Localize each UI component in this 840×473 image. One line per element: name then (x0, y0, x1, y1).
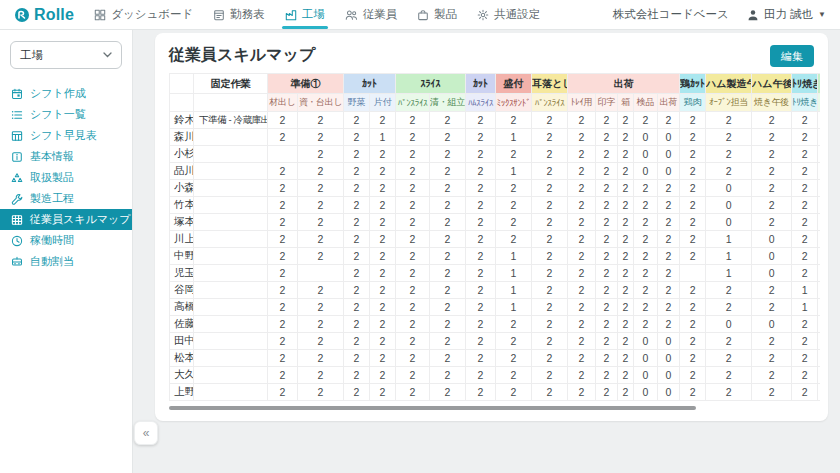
horizontal-scrollbar[interactable] (169, 405, 820, 411)
skill-level-cell: 2 (568, 384, 596, 401)
skill-level-cell: 2 (396, 163, 430, 180)
skill-level-cell: 2 (596, 367, 618, 384)
sidebar-item-operating-hours[interactable]: 稼働時間 (0, 230, 132, 251)
skill-level-cell: 0 (706, 180, 752, 197)
skill-column-header: 材出し (268, 94, 298, 112)
skill-level-cell: 2 (466, 265, 496, 282)
skill-column-header: ﾊﾟﾝｽﾗｲｽ (396, 94, 430, 112)
nav-item-products[interactable]: 製品 (417, 0, 457, 29)
sidebar-item-basic-info[interactable]: 基本情報 (0, 146, 132, 167)
skill-level-cell: 2 (658, 112, 680, 129)
skill-level-cell: 2 (658, 248, 680, 265)
skill-level-cell: 2 (568, 316, 596, 333)
sidebar-item-shift-create[interactable]: シフト作成 (0, 83, 132, 104)
skill-level-cell: 2 (596, 112, 618, 129)
employee-row: 川上222222222222222102 (170, 231, 821, 248)
skill-level-cell: 0 (658, 129, 680, 146)
skill-level-cell: 2 (298, 112, 344, 129)
nav-item-dashboard[interactable]: ダッシュボード (94, 0, 193, 29)
skill-level-cell: 2 (344, 265, 370, 282)
sidebar-item-label: 自動割当 (30, 254, 74, 269)
clock-icon (11, 235, 23, 247)
skill-level-cell: 2 (706, 112, 752, 129)
wrench-icon (11, 193, 23, 205)
factory-select-value: 工場 (20, 48, 43, 63)
nav-item-label: ダッシュボード (111, 7, 193, 22)
employee-row: 谷岡222222212222222221 (170, 282, 821, 299)
skill-map-table-container[interactable]: 固定作業準備①ｶｯﾄｽﾗｲｽｶｯﾄ盛付耳落とし出荷鶏ｶｯﾄハム製造午前ハム午後ﾄ… (169, 73, 820, 401)
skill-level-cell: 2 (680, 180, 706, 197)
fixed-work-cell (194, 265, 268, 282)
employee-row: 高橋222222212222222221 (170, 299, 821, 316)
skill-level-cell: 2 (680, 129, 706, 146)
skill-level-cell: 2 (396, 248, 430, 265)
nav-item-employees[interactable]: 従業員 (345, 0, 398, 29)
process-group-header-2: ｽﾗｲｽ (396, 74, 466, 94)
sidebar-item-shift-chart[interactable]: シフト早見表 (0, 125, 132, 146)
skill-column-header: ﾊﾑｽﾗｲｽ (466, 94, 496, 112)
skill-level-cell: 2 (680, 112, 706, 129)
nav-item-schedule[interactable]: 勤務表 (213, 0, 265, 29)
skill-level-cell (680, 265, 706, 282)
sidebar-item-shift-list[interactable]: シフト一覧 (0, 104, 132, 125)
process-group-header-6: 出荷 (568, 74, 680, 94)
skill-level-cell: 2 (706, 163, 752, 180)
skill-level-cell: 2 (396, 333, 430, 350)
skill-level-cell: 2 (430, 146, 466, 163)
skill-level-cell: 2 (466, 384, 496, 401)
sidebar-item-label: シフト一覧 (30, 107, 86, 122)
skill-level-cell: 2 (268, 282, 298, 299)
skill-level-cell: 2 (298, 231, 344, 248)
skill-level-cell-partial (818, 384, 820, 401)
skill-level-cell: 0 (634, 163, 658, 180)
skill-level-cell: 2 (344, 384, 370, 401)
user-menu[interactable]: 田力 誠也 ▼ (747, 7, 826, 22)
skill-level-cell: 2 (496, 384, 532, 401)
factory-select[interactable]: 工場 (10, 41, 122, 69)
skill-level-cell: 2 (532, 248, 568, 265)
skill-column-header: ﾐｯｸｽｻﾝﾄﾞ (496, 94, 532, 112)
skill-level-cell: 2 (496, 367, 532, 384)
employee-row: 大久保222222222222002222 (170, 367, 821, 384)
skill-level-cell: 2 (634, 197, 658, 214)
employee-row: 児玉2222221222222102 (170, 265, 821, 282)
employee-row: 松本222222222222002222 (170, 350, 821, 367)
sidebar-collapse-button[interactable]: « (134, 421, 158, 445)
employee-row: 鈴木下準備 - 冷蔵庫出し222222222222222222 (170, 112, 821, 129)
app-logo[interactable]: Rolle (14, 6, 74, 24)
skill-column-header: 片付 (370, 94, 396, 112)
nav-item-factory[interactable]: 工場 (285, 0, 325, 29)
nav-item-settings[interactable]: 共通設定 (477, 0, 540, 29)
skill-column-header-partial (818, 94, 820, 112)
skill-level-cell: 2 (268, 248, 298, 265)
nav-item-label: 従業員 (363, 7, 398, 22)
skill-level-cell-partial (818, 282, 820, 299)
skill-level-cell: 2 (268, 384, 298, 401)
horizontal-scrollbar-thumb[interactable] (169, 406, 696, 410)
skill-level-cell: 1 (496, 248, 532, 265)
nav-item-label: 工場 (302, 7, 325, 22)
sidebar-item-handled-products[interactable]: 取扱製品 (0, 167, 132, 188)
skill-level-cell: 2 (344, 214, 370, 231)
skill-level-cell: 2 (680, 248, 706, 265)
edit-button[interactable]: 編集 (770, 45, 814, 67)
skill-level-cell: 2 (752, 299, 792, 316)
sidebar-item-process[interactable]: 製造工程 (0, 188, 132, 209)
skill-level-cell: 1 (792, 299, 818, 316)
skill-level-cell: 0 (706, 197, 752, 214)
skill-level-cell: 2 (596, 163, 618, 180)
skill-level-cell: 2 (792, 248, 818, 265)
skill-level-cell: 2 (370, 265, 396, 282)
skill-level-cell: 2 (466, 214, 496, 231)
sidebar-item-label: 基本情報 (30, 149, 74, 164)
skill-level-cell: 2 (568, 197, 596, 214)
skill-level-cell: 2 (706, 350, 752, 367)
sidebar-item-skill-map[interactable]: 従業員スキルマップ (0, 209, 132, 230)
skill-level-cell: 0 (634, 129, 658, 146)
fixed-work-subheader (194, 94, 268, 112)
skill-level-cell: 2 (618, 112, 634, 129)
skill-level-cell: 2 (298, 299, 344, 316)
sidebar-item-auto-assign[interactable]: 自動割当 (0, 251, 132, 272)
skill-level-cell: 2 (466, 248, 496, 265)
employee-name: 児玉 (170, 265, 194, 282)
